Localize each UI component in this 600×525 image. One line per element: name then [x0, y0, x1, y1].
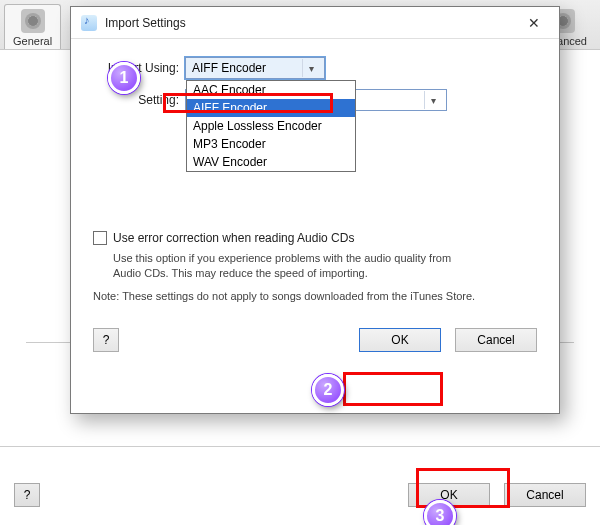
help-label: ?	[24, 488, 31, 502]
tab-general-label: General	[13, 35, 52, 47]
titlebar: Import Settings ✕	[71, 7, 559, 39]
itunes-store-note: Note: These settings do not apply to son…	[93, 289, 493, 304]
dialog-footer: ? OK Cancel	[71, 328, 559, 368]
cancel-label: Cancel	[477, 333, 514, 347]
import-using-dropdown: AAC Encoder AIFF Encoder Apple Lossless …	[186, 80, 356, 172]
tab-general[interactable]: General	[4, 4, 61, 49]
cancel-button[interactable]: Cancel	[455, 328, 537, 352]
annotation-2: 2	[312, 374, 344, 406]
import-using-combo[interactable]: AIFF Encoder ▾ AAC Encoder AIFF Encoder …	[185, 57, 325, 79]
import-settings-dialog: Import Settings ✕ Import Using: AIFF Enc…	[70, 6, 560, 414]
cancel-button[interactable]: Cancel	[504, 483, 586, 507]
chevron-down-icon: ▾	[302, 59, 320, 77]
option-wav[interactable]: WAV Encoder	[187, 153, 355, 171]
option-apple-lossless[interactable]: Apple Lossless Encoder	[187, 117, 355, 135]
option-aac[interactable]: AAC Encoder	[187, 81, 355, 99]
dialog-content: Import Using: AIFF Encoder ▾ AAC Encoder…	[71, 39, 559, 328]
ok-button[interactable]: OK	[359, 328, 441, 352]
help-button[interactable]: ?	[14, 483, 40, 507]
annotation-3: 3	[424, 500, 456, 525]
ok-label: OK	[391, 333, 408, 347]
dialog-title: Import Settings	[105, 16, 186, 30]
help-label: ?	[103, 333, 110, 347]
error-correction-checkbox[interactable]	[93, 231, 107, 245]
help-button[interactable]: ?	[93, 328, 119, 352]
setting-label: Setting:	[93, 93, 179, 107]
annotation-1: 1	[108, 62, 140, 94]
itunes-icon	[81, 15, 97, 31]
separator	[0, 446, 600, 447]
preferences-footer: ? OK Cancel	[0, 465, 600, 525]
close-button[interactable]: ✕	[513, 9, 555, 37]
chevron-down-icon: ▾	[424, 91, 442, 109]
import-using-value: AIFF Encoder	[192, 61, 266, 75]
option-aiff[interactable]: AIFF Encoder	[187, 99, 355, 117]
error-correction-label: Use error correction when reading Audio …	[113, 231, 354, 245]
row-error-correction: Use error correction when reading Audio …	[93, 231, 537, 245]
option-mp3[interactable]: MP3 Encoder	[187, 135, 355, 153]
cancel-label: Cancel	[526, 488, 563, 502]
row-import-using: Import Using: AIFF Encoder ▾ AAC Encoder…	[93, 57, 537, 79]
gear-icon	[21, 9, 45, 33]
error-correction-hint: Use this option if you experience proble…	[113, 251, 463, 281]
close-icon: ✕	[528, 15, 540, 31]
